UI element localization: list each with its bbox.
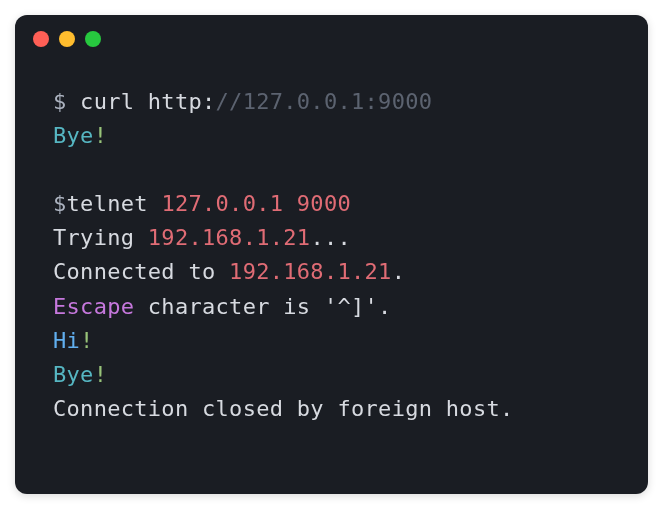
blank-line xyxy=(53,153,618,187)
output-line-2: Bye! xyxy=(53,119,618,153)
window-titlebar xyxy=(15,15,648,55)
command-text: curl http: xyxy=(80,89,215,114)
terminal-output: $ curl http://127.0.0.1:9000 Bye! $telne… xyxy=(15,55,648,446)
bang-icon: ! xyxy=(94,123,108,148)
keyword-text: Escape xyxy=(53,294,134,319)
output-line-7: Hi! xyxy=(53,324,618,358)
output-line-8: Bye! xyxy=(53,358,618,392)
space xyxy=(283,191,297,216)
output-line-9: Connection closed by foreign host. xyxy=(53,392,618,426)
prompt: $ xyxy=(53,89,80,114)
output-text: character is '^]'. xyxy=(134,294,391,319)
output-text: Bye xyxy=(53,123,94,148)
minimize-icon[interactable] xyxy=(59,31,75,47)
output-line-3: $telnet 127.0.0.1 9000 xyxy=(53,187,618,221)
dot: . xyxy=(392,259,406,284)
output-text: Trying xyxy=(53,225,148,250)
port-text: 9000 xyxy=(297,191,351,216)
output-line-1: $ curl http://127.0.0.1:9000 xyxy=(53,85,618,119)
url-text: //127.0.0.1:9000 xyxy=(216,89,433,114)
output-text: Connected to xyxy=(53,259,229,284)
output-line-4: Trying 192.168.1.21... xyxy=(53,221,618,255)
output-text: Bye xyxy=(53,362,94,387)
output-line-5: Connected to 192.168.1.21. xyxy=(53,255,618,289)
zoom-icon[interactable] xyxy=(85,31,101,47)
bang-icon: ! xyxy=(80,328,94,353)
output-text: Connection closed by foreign host. xyxy=(53,396,514,421)
ip-text: 192.168.1.21 xyxy=(148,225,311,250)
prompt: $ xyxy=(53,191,67,216)
terminal-window: $ curl http://127.0.0.1:9000 Bye! $telne… xyxy=(15,15,648,494)
ip-text: 192.168.1.21 xyxy=(229,259,392,284)
output-text: Hi xyxy=(53,328,80,353)
command-text: telnet xyxy=(67,191,162,216)
dots: ... xyxy=(310,225,351,250)
ip-text: 127.0.0.1 xyxy=(161,191,283,216)
bang-icon: ! xyxy=(94,362,108,387)
close-icon[interactable] xyxy=(33,31,49,47)
output-line-6: Escape character is '^]'. xyxy=(53,290,618,324)
